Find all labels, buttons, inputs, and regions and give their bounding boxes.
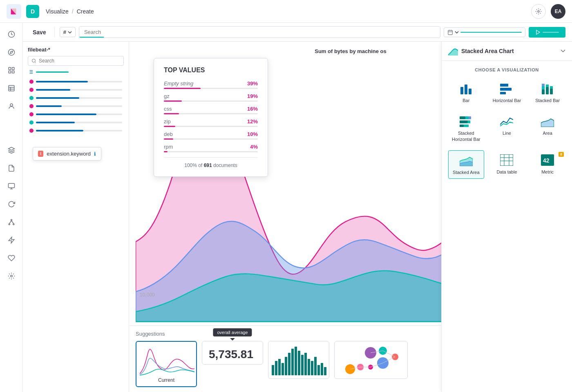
sidebar-item-lightning[interactable] [3, 232, 20, 248]
user-avatar[interactable]: EA [551, 4, 565, 19]
sidebar-item-compass[interactable] [3, 44, 20, 60]
tv-bar [164, 138, 173, 140]
info-icon[interactable]: ℹ [94, 151, 96, 157]
svg-rect-8 [9, 85, 14, 91]
query-type-button[interactable]: # [60, 27, 76, 37]
stacked-area-chart-icon [459, 154, 474, 167]
metric-badge: 8 [559, 152, 564, 157]
viz-item-metric[interactable]: 8 42 Metric [530, 150, 565, 179]
tv-pct: 19% [247, 93, 258, 99]
tv-pct: 10% [247, 131, 258, 137]
run-button[interactable] [529, 27, 565, 38]
viz-item-metric-label: Metric [541, 169, 554, 175]
ext-badge: t [38, 151, 43, 157]
app-icon[interactable]: D [26, 5, 39, 18]
sidebar-item-layers[interactable] [3, 142, 20, 158]
sidebar-item-heart[interactable] [3, 250, 20, 266]
viz-item-stacked-area[interactable]: Stacked Area [448, 150, 484, 179]
field-bar-wrap [36, 122, 122, 123]
breadcrumb: Visualize / Create [46, 8, 94, 15]
list-item[interactable] [28, 119, 124, 126]
svg-rect-36 [460, 87, 463, 94]
svg-rect-41 [500, 92, 506, 94]
viz-item-shbar[interactable]: StackedHorizontal Bar [448, 111, 484, 145]
tv-bar [164, 113, 179, 114]
sidebar-item-file[interactable] [3, 160, 20, 176]
bar [272, 365, 274, 375]
sidebar-item-user[interactable] [3, 98, 20, 114]
viz-item-hbar[interactable]: Horizontal Bar [489, 79, 525, 107]
svg-point-19 [13, 224, 14, 225]
bar [321, 363, 323, 375]
date-picker-button[interactable] [444, 27, 525, 37]
suggestion-card-bar[interactable] [268, 341, 329, 379]
field-dot [29, 80, 34, 84]
tv-pct: 4% [250, 144, 258, 150]
save-button[interactable]: Save [29, 27, 49, 37]
sidebar-item-monitor[interactable] [3, 178, 20, 194]
bar [314, 357, 317, 375]
list-item[interactable] [28, 127, 124, 134]
field-search[interactable] [28, 56, 124, 66]
field-bar [36, 130, 83, 131]
viz-item-line[interactable]: Line [489, 111, 525, 145]
field-dot [29, 129, 34, 133]
svg-point-17 [11, 219, 12, 220]
tv-row-empty: Empty string 39% [164, 80, 258, 89]
kibana-logo[interactable] [7, 4, 21, 19]
tv-row-css: css 16% [164, 106, 258, 114]
breadcrumb-app[interactable]: Visualize [46, 8, 69, 15]
bar [301, 355, 304, 375]
sidebar-item-network[interactable] [3, 214, 20, 230]
list-item[interactable] [28, 78, 124, 85]
bar [278, 359, 281, 375]
list-item[interactable] [28, 111, 124, 118]
viz-item-datatable[interactable]: Data table [489, 150, 525, 179]
current-chart-preview [140, 345, 194, 376]
query-bar: # [60, 26, 565, 38]
shbar-chart-icon [459, 115, 474, 128]
sidebar-item-refresh[interactable] [3, 196, 20, 212]
sbar-chart-icon [540, 82, 555, 95]
viz-item-hbar-label: Horizontal Bar [493, 98, 521, 103]
viz-picker-section-label: CHOOSE A VISUALIZATION [448, 67, 565, 72]
toolbar: Save # [23, 23, 572, 42]
list-item[interactable] [28, 94, 124, 102]
viz-item-area[interactable]: Area [530, 111, 565, 145]
svg-rect-50 [465, 116, 469, 119]
filter-bar [36, 71, 69, 73]
search-input[interactable] [79, 27, 440, 38]
tooltip-arrow [230, 338, 235, 341]
viz-item-line-label: Line [503, 130, 511, 136]
suggestion-card-metric[interactable]: overall average 5,735.81 [202, 341, 263, 365]
viz-picker-header: Stacked Area Chart [442, 42, 572, 61]
svg-rect-48 [550, 86, 553, 89]
viz-item-sbar[interactable]: Stacked Bar [530, 79, 565, 107]
svg-rect-7 [9, 71, 11, 73]
field-search-input[interactable] [39, 58, 120, 64]
viz-grid: Bar Horizontal Bar [448, 79, 565, 179]
tv-footer: 100% of 691 documents [164, 157, 258, 168]
bar [308, 359, 310, 375]
tv-row-rpm: rpm 4% [164, 144, 258, 152]
field-bar [36, 97, 79, 99]
settings-button[interactable] [531, 4, 546, 19]
sidebar-item-table[interactable] [3, 80, 20, 96]
viz-item-bar[interactable]: Bar [448, 79, 484, 107]
suggestion-card-current[interactable]: Current [136, 341, 197, 387]
sidebar-item-gear[interactable] [3, 268, 20, 284]
svg-point-23 [10, 275, 12, 277]
list-item[interactable] [28, 102, 124, 110]
list-item[interactable] [28, 86, 124, 94]
sidebar-item-clock[interactable] [3, 26, 20, 42]
tv-label: Empty string [164, 80, 247, 87]
svg-rect-52 [460, 120, 468, 123]
viz-picker-chevron-icon[interactable] [561, 49, 565, 53]
hbar-chart-icon [499, 82, 514, 95]
field-list [28, 78, 124, 134]
svg-point-28 [32, 59, 36, 62]
suggestion-card-node[interactable] [334, 341, 408, 379]
sidebar-item-dashboard[interactable] [3, 62, 20, 78]
bar [282, 363, 284, 375]
field-bar [36, 105, 62, 107]
